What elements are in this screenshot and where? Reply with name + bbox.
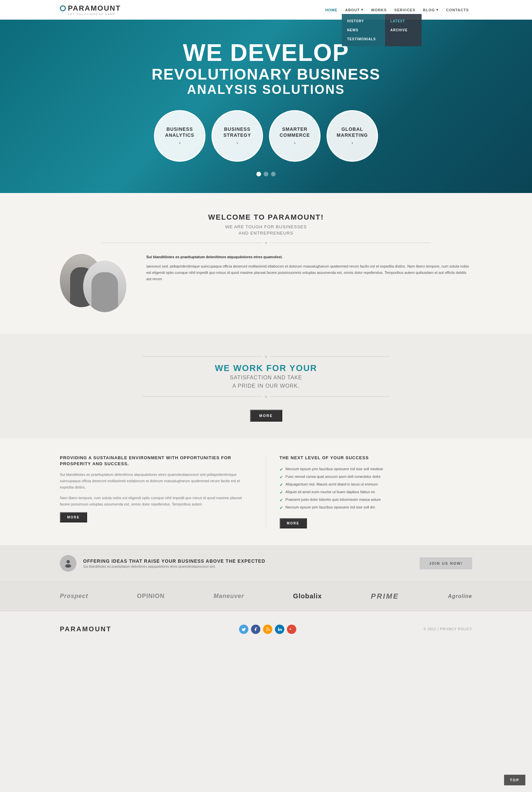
client-maneuver: Maneuver bbox=[213, 593, 244, 600]
slider-dot-1[interactable] bbox=[256, 172, 261, 177]
work-divider-bottom bbox=[142, 396, 390, 398]
list-item: ✔Necoum epsum prin faucibus oposuere ind… bbox=[280, 504, 473, 512]
list-item: ✔Aliquet sit amet euim muctor ut liuam d… bbox=[280, 489, 473, 496]
cta-heading: OFFERING IDEAS THAT RAISE YOUR BUSINESS … bbox=[83, 558, 265, 564]
cta-left: OFFERING IDEAS THAT RAISE YOUR BUSINESS … bbox=[60, 555, 265, 572]
blog-dropdown-col: LATEST ARCHIVE bbox=[385, 14, 422, 46]
dropdown-news[interactable]: NEWS bbox=[342, 25, 385, 35]
left-col-heading: PROVIDING A SUSTAINABLE ENVIRONMENT WITH… bbox=[60, 455, 253, 467]
cta-icon bbox=[60, 555, 76, 572]
nav-services[interactable]: SERVICES bbox=[391, 6, 419, 14]
checklist: ✔Necoum epsum prin faucibus oposuere ind… bbox=[280, 465, 473, 512]
work-divider-top bbox=[142, 356, 390, 358]
client-globalix: Globalix bbox=[293, 592, 322, 600]
social-rss[interactable] bbox=[263, 625, 272, 634]
svg-point-0 bbox=[66, 560, 70, 564]
check-icon: ✔ bbox=[280, 467, 283, 472]
left-column: PROVIDING A SUSTAINABLE ENVIRONMENT WITH… bbox=[60, 455, 266, 529]
slider-dot-2[interactable] bbox=[264, 172, 268, 177]
hero-title: WE DEVELOP REVOLUTIONARY BUSINESS ANALYS… bbox=[60, 40, 472, 97]
circle-smarter-commerce[interactable]: SMARTERCOMMERCE › bbox=[269, 110, 321, 162]
nav-contacts[interactable]: CONTACTS bbox=[443, 6, 472, 14]
social-linkedin[interactable] bbox=[275, 625, 284, 634]
footer-logo: PARAMOUNT bbox=[60, 625, 112, 633]
circle-label: BUSINESSANALYTICS bbox=[165, 126, 194, 138]
cta-banner: OFFERING IDEAS THAT RAISE YOUR BUSINESS … bbox=[0, 545, 532, 582]
welcome-subtitle: WE ARE TOUGH FOR BUSINESSES AND ENTREPRE… bbox=[60, 224, 472, 237]
nav-works[interactable]: WORKS bbox=[368, 6, 390, 14]
client-opinion: OPINION bbox=[137, 593, 165, 600]
work-section: WE WORK FOR YOUR SATISFACTION AND TAKE A… bbox=[0, 334, 532, 438]
clients-bar: Prospect OPINION Maneuver Globalix PRIME… bbox=[0, 582, 532, 611]
check-icon: ✔ bbox=[280, 475, 283, 480]
list-item: ✔Praesent justo dolor lobortio quis lobo… bbox=[280, 496, 473, 504]
logo: PARAMOUNT KEY SOLUTIONS AT HAND bbox=[60, 4, 121, 16]
circles-row: BUSINESSANALYTICS › BUSINESSSTRATEGY › S… bbox=[60, 110, 472, 162]
circle-label: BUSINESSSTRATEGY bbox=[224, 126, 251, 138]
main-nav: HOME • ABOUT ▾ HISTORY NEWS TESTIMONIALS… bbox=[322, 6, 472, 14]
dropdown-archive[interactable]: ARCHIVE bbox=[385, 25, 422, 35]
right-col-heading: THE NEXT LEVEL OF YOUR SUCCESS bbox=[280, 455, 473, 461]
circle-global-marketing[interactable]: GLOBALMARKETING › bbox=[326, 110, 378, 162]
social-facebook[interactable] bbox=[251, 625, 260, 634]
work-title-prefix: WE WORK FOR YOUR bbox=[215, 363, 317, 373]
hero-section: WE DEVELOP REVOLUTIONARY BUSINESS ANALYS… bbox=[0, 20, 532, 193]
logo-circle-icon bbox=[60, 5, 66, 11]
check-icon: ✔ bbox=[280, 490, 283, 495]
svg-point-1 bbox=[65, 565, 71, 568]
dropdown-testimonials[interactable]: TESTIMONIALS bbox=[342, 35, 385, 43]
welcome-title: WELCOME TO PARAMOUNT! bbox=[60, 213, 472, 222]
svg-point-4 bbox=[266, 630, 267, 631]
join-button[interactable]: JOIN US NOW! bbox=[420, 557, 472, 569]
circle-label: GLOBALMARKETING bbox=[337, 126, 368, 138]
right-col-more-button[interactable]: MORE bbox=[280, 518, 307, 529]
dropdown-latest[interactable]: LATEST bbox=[385, 17, 422, 25]
client-agroline: Agroline bbox=[448, 593, 472, 599]
footer-copyright: © 2012 | PRIVACY POLICY bbox=[424, 627, 472, 631]
footer-social: + bbox=[239, 625, 296, 634]
circle-business-strategy[interactable]: BUSINESSSTRATEGY › bbox=[211, 110, 263, 162]
left-col-more-button[interactable]: MORE bbox=[60, 512, 87, 522]
slider-dots bbox=[60, 172, 472, 177]
right-column: THE NEXT LEVEL OF YOUR SUCCESS ✔Necoum e… bbox=[266, 455, 473, 529]
list-item: ✔Necoum epsum prin faucibus oposuere ind… bbox=[280, 465, 473, 473]
welcome-images bbox=[60, 254, 133, 314]
circle-business-analytics[interactable]: BUSINESSANALYTICS › bbox=[154, 110, 206, 162]
cta-text: OFFERING IDEAS THAT RAISE YOUR BUSINESS … bbox=[83, 558, 265, 568]
two-col-section: PROVIDING A SUSTAINABLE ENVIRONMENT WITH… bbox=[0, 438, 532, 545]
svg-text:+: + bbox=[289, 627, 291, 631]
list-item: ✔Fuoc remod consa quat anccum ipsm dolt … bbox=[280, 473, 473, 481]
welcome-text: Sui blanditiistes es praetiuptatum delen… bbox=[146, 254, 472, 282]
work-subtitle: SATISFACTION AND TAKE A PRIDE IN OUR WOR… bbox=[60, 373, 472, 390]
left-col-para1: Sui blanditiistes es praetiuptatum delen… bbox=[60, 472, 253, 490]
site-footer: PARAMOUNT + © 2012 | PRIVACY POLICY bbox=[0, 611, 532, 647]
logo-text[interactable]: PARAMOUNT bbox=[68, 4, 121, 13]
work-more-button[interactable]: MORE bbox=[250, 410, 282, 422]
client-prime: PRIME bbox=[371, 592, 399, 601]
logo-tagline: KEY SOLUTIONS AT HAND bbox=[68, 13, 121, 16]
list-item: ✔Aliquagentum niol. Mauris acml diaed in… bbox=[280, 481, 473, 489]
check-icon: ✔ bbox=[280, 482, 283, 487]
left-col-para2: Nam libero tempore, cum soluta nobis est… bbox=[60, 495, 253, 507]
dropdown-history[interactable]: HISTORY bbox=[342, 17, 385, 25]
about-dropdown-col1: HISTORY NEWS TESTIMONIALS bbox=[342, 14, 385, 46]
hero-line3: ANALYSIS SOLUTIONS bbox=[60, 83, 472, 97]
welcome-section: WELCOME TO PARAMOUNT! WE ARE TOUGH FOR B… bbox=[0, 193, 532, 334]
hero-line2: REVOLUTIONARY BUSINESS bbox=[60, 66, 472, 83]
social-twitter[interactable] bbox=[239, 625, 248, 634]
footer-content: PARAMOUNT + © 2012 | PRIVACY POLICY bbox=[60, 625, 472, 641]
check-icon: ✔ bbox=[280, 498, 283, 502]
nav-blog[interactable]: BLOG ▾ bbox=[420, 6, 442, 14]
divider bbox=[101, 242, 431, 244]
circle-label: SMARTERCOMMERCE bbox=[280, 126, 310, 138]
nav-about[interactable]: ABOUT ▾ HISTORY NEWS TESTIMONIALS LATEST… bbox=[342, 6, 367, 14]
slider-dot-3[interactable] bbox=[271, 172, 276, 177]
check-icon: ✔ bbox=[280, 505, 283, 510]
client-prospect: Prospect bbox=[60, 593, 88, 600]
cta-subtext: Sui blanditiistes es praetiptatum delent… bbox=[83, 565, 265, 568]
nav-home[interactable]: HOME bbox=[322, 6, 341, 14]
welcome-content: Sui blanditiistes es praetiuptatum delen… bbox=[60, 254, 472, 314]
social-googleplus[interactable]: + bbox=[287, 625, 296, 634]
site-header: PARAMOUNT KEY SOLUTIONS AT HAND HOME • A… bbox=[0, 0, 532, 20]
avatar-woman bbox=[83, 261, 126, 312]
